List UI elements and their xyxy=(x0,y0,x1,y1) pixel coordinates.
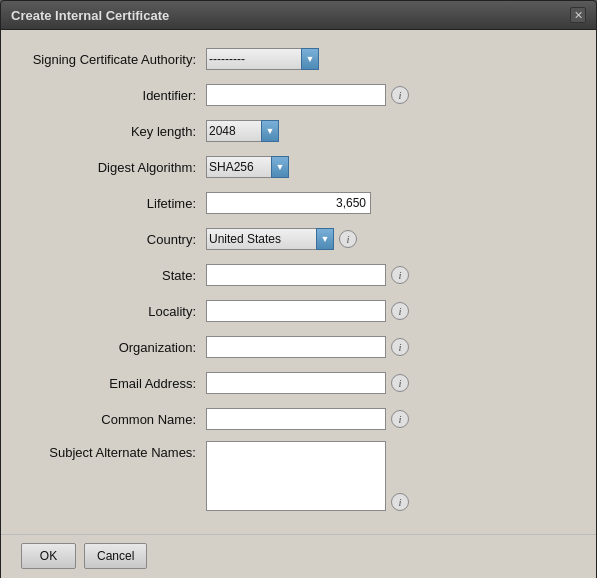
country-control: United States ▼ i xyxy=(206,228,576,250)
key-length-control: 2048 1024 4096 ▼ xyxy=(206,120,576,142)
digest-algorithm-control: SHA256 SHA1 MD5 ▼ xyxy=(206,156,576,178)
dropdown-icon: ▼ xyxy=(306,54,315,64)
locality-info-icon[interactable]: i xyxy=(391,302,409,320)
signing-ca-select-wrapper: --------- ▼ xyxy=(206,48,319,70)
dropdown-icon: ▼ xyxy=(321,234,330,244)
dropdown-icon: ▼ xyxy=(276,162,285,172)
subject-alt-names-label: Subject Alternate Names: xyxy=(21,441,206,460)
close-button[interactable]: ✕ xyxy=(570,7,586,23)
digest-algorithm-dropdown-btn[interactable]: ▼ xyxy=(271,156,289,178)
email-label: Email Address: xyxy=(21,376,206,391)
digest-algorithm-row: Digest Algorithm: SHA256 SHA1 MD5 ▼ xyxy=(21,153,576,181)
digest-algorithm-select-wrapper: SHA256 SHA1 MD5 ▼ xyxy=(206,156,289,178)
subject-alt-names-textarea[interactable] xyxy=(206,441,386,511)
country-row: Country: United States ▼ i xyxy=(21,225,576,253)
organization-row: Organization: i xyxy=(21,333,576,361)
common-name-input[interactable] xyxy=(206,408,386,430)
signing-ca-control: --------- ▼ xyxy=(206,48,576,70)
common-name-row: Common Name: i xyxy=(21,405,576,433)
dialog-body: Signing Certificate Authority: ---------… xyxy=(1,30,596,534)
country-dropdown-btn[interactable]: ▼ xyxy=(316,228,334,250)
lifetime-row: Lifetime: xyxy=(21,189,576,217)
dialog-titlebar: Create Internal Certificate ✕ xyxy=(1,1,596,30)
identifier-label: Identifier: xyxy=(21,88,206,103)
email-row: Email Address: i xyxy=(21,369,576,397)
country-info-icon[interactable]: i xyxy=(339,230,357,248)
state-info-icon[interactable]: i xyxy=(391,266,409,284)
ok-button[interactable]: OK xyxy=(21,543,76,569)
identifier-input[interactable] xyxy=(206,84,386,106)
signing-ca-dropdown-btn[interactable]: ▼ xyxy=(301,48,319,70)
email-control: i xyxy=(206,372,576,394)
identifier-control: i xyxy=(206,84,576,106)
state-input[interactable] xyxy=(206,264,386,286)
signing-ca-select[interactable]: --------- xyxy=(206,48,301,70)
lifetime-input[interactable] xyxy=(206,192,371,214)
dialog-footer: OK Cancel xyxy=(1,534,596,578)
subject-alt-names-row: Subject Alternate Names: i xyxy=(21,441,576,511)
identifier-info-icon[interactable]: i xyxy=(391,86,409,104)
state-label: State: xyxy=(21,268,206,283)
signing-ca-row: Signing Certificate Authority: ---------… xyxy=(21,45,576,73)
signing-ca-label: Signing Certificate Authority: xyxy=(21,52,206,67)
country-label: Country: xyxy=(21,232,206,247)
identifier-row: Identifier: i xyxy=(21,81,576,109)
dialog-title: Create Internal Certificate xyxy=(11,8,169,23)
locality-label: Locality: xyxy=(21,304,206,319)
locality-control: i xyxy=(206,300,576,322)
dropdown-icon: ▼ xyxy=(266,126,275,136)
digest-algorithm-select[interactable]: SHA256 SHA1 MD5 xyxy=(206,156,271,178)
locality-input[interactable] xyxy=(206,300,386,322)
subject-alt-names-info-icon[interactable]: i xyxy=(391,493,409,511)
email-info-icon[interactable]: i xyxy=(391,374,409,392)
lifetime-label: Lifetime: xyxy=(21,196,206,211)
country-select[interactable]: United States xyxy=(206,228,316,250)
country-select-wrapper: United States ▼ xyxy=(206,228,334,250)
key-length-row: Key length: 2048 1024 4096 ▼ xyxy=(21,117,576,145)
lifetime-control xyxy=(206,192,576,214)
subject-alt-names-control: i xyxy=(206,441,576,511)
common-name-info-icon[interactable]: i xyxy=(391,410,409,428)
organization-control: i xyxy=(206,336,576,358)
organization-input[interactable] xyxy=(206,336,386,358)
create-internal-certificate-dialog: Create Internal Certificate ✕ Signing Ce… xyxy=(0,0,597,578)
cancel-button[interactable]: Cancel xyxy=(84,543,147,569)
organization-label: Organization: xyxy=(21,340,206,355)
key-length-label: Key length: xyxy=(21,124,206,139)
key-length-select[interactable]: 2048 1024 4096 xyxy=(206,120,261,142)
organization-info-icon[interactable]: i xyxy=(391,338,409,356)
common-name-control: i xyxy=(206,408,576,430)
email-input[interactable] xyxy=(206,372,386,394)
state-control: i xyxy=(206,264,576,286)
common-name-label: Common Name: xyxy=(21,412,206,427)
state-row: State: i xyxy=(21,261,576,289)
locality-row: Locality: i xyxy=(21,297,576,325)
digest-algorithm-label: Digest Algorithm: xyxy=(21,160,206,175)
key-length-select-wrapper: 2048 1024 4096 ▼ xyxy=(206,120,279,142)
key-length-dropdown-btn[interactable]: ▼ xyxy=(261,120,279,142)
